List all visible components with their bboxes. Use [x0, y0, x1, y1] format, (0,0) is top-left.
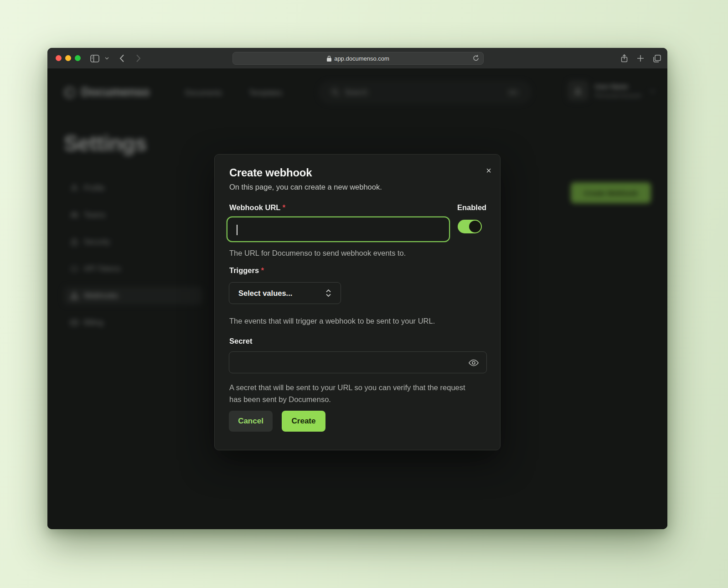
minimize-window-button[interactable]: [65, 55, 71, 61]
modal-description: On this page, you can create a new webho…: [229, 183, 382, 191]
url-text: app.documenso.com: [334, 55, 389, 62]
page-content: Documenso Documents Templates Search ⌘K …: [47, 69, 667, 529]
close-icon[interactable]: ×: [483, 165, 495, 176]
triggers-select[interactable]: Select values...: [229, 282, 341, 304]
browser-window: app.documenso.com: [47, 48, 667, 529]
triggers-label: Triggers *: [229, 266, 264, 275]
webhook-url-label: Webhook URL *: [229, 203, 285, 212]
secret-input[interactable]: [229, 351, 487, 373]
webhook-url-label-text: Webhook URL: [229, 203, 280, 211]
browser-toolbar: app.documenso.com: [47, 48, 667, 69]
share-icon[interactable]: [618, 48, 630, 69]
back-button-icon[interactable]: [117, 48, 127, 69]
required-asterisk: *: [283, 203, 285, 211]
reload-icon[interactable]: [473, 55, 479, 63]
window-controls: [56, 55, 81, 61]
close-window-button[interactable]: [56, 55, 62, 61]
cancel-button[interactable]: Cancel: [229, 411, 273, 432]
triggers-select-value: Select values...: [238, 289, 292, 298]
webhook-url-input[interactable]: [227, 217, 450, 242]
address-bar[interactable]: app.documenso.com: [232, 52, 484, 65]
create-button[interactable]: Create: [282, 411, 325, 432]
enabled-label: Enabled: [457, 203, 486, 212]
tab-overview-icon[interactable]: [651, 48, 663, 69]
sidebar-chevron-icon[interactable]: [103, 48, 110, 69]
zoom-window-button[interactable]: [75, 55, 81, 61]
text-caret: [237, 225, 238, 235]
lock-icon: [327, 56, 331, 62]
enabled-toggle[interactable]: [458, 220, 482, 233]
toggle-thumb: [469, 221, 481, 232]
new-tab-icon[interactable]: [635, 48, 646, 69]
modal-title: Create webhook: [229, 166, 312, 179]
create-webhook-modal: Create webhook × On this page, you can c…: [214, 154, 501, 450]
triggers-label-text: Triggers: [229, 266, 259, 274]
chevron-up-down-icon: [325, 289, 331, 297]
secret-label: Secret: [229, 337, 252, 346]
webhook-url-help: The URL for Documenso to send webhook ev…: [229, 247, 406, 259]
required-asterisk: *: [261, 266, 264, 274]
triggers-help: The events that will trigger a webhook t…: [229, 315, 435, 327]
sidebar-toggle-icon[interactable]: [88, 48, 101, 69]
eye-icon[interactable]: [468, 357, 479, 370]
secret-help: A secret that will be sent to your URL s…: [229, 382, 468, 405]
forward-button-icon[interactable]: [133, 48, 143, 69]
